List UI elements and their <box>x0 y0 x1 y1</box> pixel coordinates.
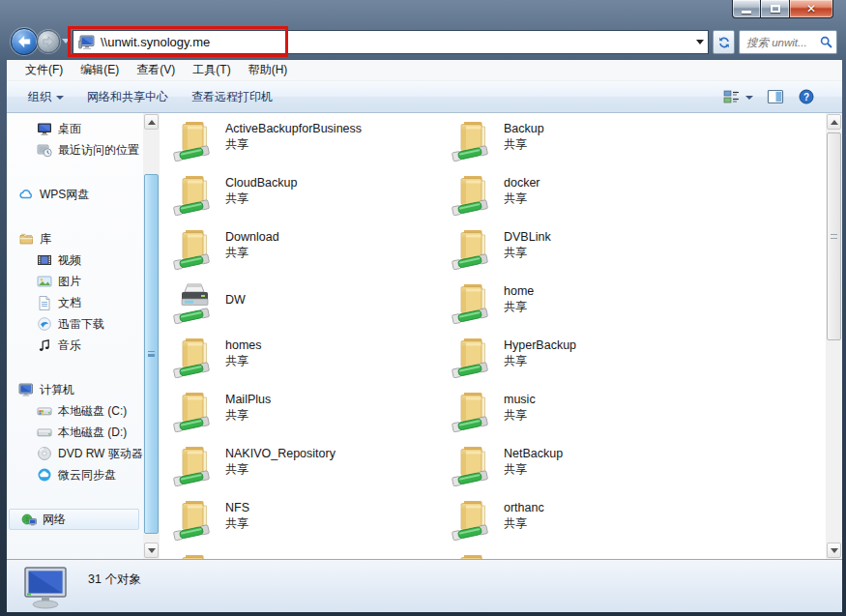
scroll-down-button[interactable] <box>827 543 841 558</box>
sidebar-item-3[interactable]: 库 <box>7 228 143 249</box>
help-button[interactable]: ? <box>798 89 815 104</box>
sidebar-scrollbar[interactable] <box>143 113 160 559</box>
shared-item-home[interactable]: home共享 <box>452 279 826 324</box>
shared-item-partial[interactable] <box>452 550 826 559</box>
computer-icon <box>20 566 73 610</box>
menu-item-1[interactable]: 编辑(E) <box>72 62 128 78</box>
folder-shared-icon <box>452 334 496 378</box>
scroll-down-button[interactable] <box>144 543 159 558</box>
minimize-button[interactable] <box>732 0 761 18</box>
item-shared-label: 共享 <box>504 461 563 477</box>
folder-shared-icon <box>173 117 218 161</box>
shared-item-ActiveBackupforBusiness[interactable]: ActiveBackupforBusiness共享 <box>173 117 452 161</box>
toolbar-command-1[interactable]: 查看远程打印机 <box>191 89 273 105</box>
scrollbar-thumb[interactable] <box>144 174 159 534</box>
item-shared-label: 共享 <box>225 136 362 152</box>
organize-button[interactable]: 组织 <box>28 89 64 105</box>
shared-item-orthanc[interactable]: orthanc共享 <box>452 496 826 541</box>
status-bar: 31 个对象 <box>7 559 842 612</box>
refresh-button[interactable] <box>713 30 735 54</box>
shared-item-DW[interactable]: DW <box>173 279 452 324</box>
menu-item-0[interactable]: 文件(F) <box>16 62 72 78</box>
sidebar-item-13[interactable]: 微云同步盘 <box>7 464 143 485</box>
scroll-up-button[interactable] <box>827 114 841 130</box>
sidebar-item-label: 桌面 <box>58 121 81 137</box>
folder-shared-icon <box>452 117 496 161</box>
window-controls: ✕ <box>732 0 833 18</box>
search-input[interactable] <box>746 37 816 48</box>
sidebar-item-9[interactable]: 计算机 <box>7 379 143 400</box>
item-shared-label: 共享 <box>504 136 544 152</box>
shared-item-NetBackup[interactable]: NetBackup共享 <box>452 442 826 486</box>
shared-item-CloudBackup[interactable]: CloudBackup共享 <box>173 171 452 216</box>
sidebar-item-4[interactable]: 视频 <box>7 249 143 271</box>
arrow-up-icon <box>148 120 156 125</box>
pictures-icon <box>37 274 52 289</box>
item-shared-label: 共享 <box>504 515 544 531</box>
chevron-down-icon <box>56 96 64 100</box>
folder-shared-icon <box>452 388 496 432</box>
shared-item-docker[interactable]: docker共享 <box>452 171 826 216</box>
toolbar-command-0[interactable]: 网络和共享中心 <box>87 89 168 105</box>
sidebar-item-label: 文档 <box>58 295 81 311</box>
libraries-icon <box>18 231 34 247</box>
desktop-icon <box>37 121 52 136</box>
shared-item-NFS[interactable]: NFS共享 <box>173 496 452 541</box>
back-button[interactable] <box>11 28 38 55</box>
shared-item-NAKIVO_Repository[interactable]: NAKIVO_Repository共享 <box>173 442 452 486</box>
menu-bar: 文件(F)编辑(E)查看(V)工具(T)帮助(H) <box>7 60 842 81</box>
documents-icon <box>37 295 52 310</box>
close-button[interactable]: ✕ <box>789 0 833 18</box>
sidebar-item-8[interactable]: 音乐 <box>7 335 143 356</box>
shared-item-Backup[interactable]: Backup共享 <box>452 117 826 161</box>
menu-item-2[interactable]: 查看(V) <box>128 62 184 78</box>
sidebar-item-label: 微云同步盘 <box>58 467 116 484</box>
sidebar-item-2[interactable]: WPS网盘 <box>7 184 143 205</box>
scrollbar-thumb[interactable] <box>827 132 841 340</box>
menu-item-3[interactable]: 工具(T) <box>184 62 239 78</box>
address-text[interactable]: \\unwit.synology.me <box>101 35 210 49</box>
sidebar-item-label: 本地磁盘 (D:) <box>58 425 127 441</box>
menu-item-4[interactable]: 帮助(H) <box>240 62 297 78</box>
maximize-button[interactable] <box>761 0 789 18</box>
back-icon <box>16 35 32 48</box>
item-name: home <box>504 283 534 299</box>
forward-icon <box>42 36 55 47</box>
address-bar[interactable]: \\unwit.synology.me <box>73 30 709 54</box>
sidebar-item-6[interactable]: 文档 <box>7 292 143 313</box>
sidebar-item-0[interactable]: 桌面 <box>7 118 143 139</box>
content-scrollbar[interactable] <box>826 113 842 559</box>
sidebar-item-12[interactable]: DVD RW 驱动器 <box>7 443 143 464</box>
sidebar-item-1[interactable]: 最近访问的位置 <box>7 139 143 161</box>
item-name: docker <box>504 175 540 191</box>
shared-item-MailPlus[interactable]: MailPlus共享 <box>173 388 452 432</box>
scroll-up-button[interactable] <box>144 114 159 130</box>
sidebar-item-11[interactable]: 本地磁盘 (D:) <box>7 422 143 443</box>
shared-item-HyperBackup[interactable]: HyperBackup共享 <box>452 334 826 378</box>
folder-contents: ActiveBackupforBusiness共享Backup共享CloudBa… <box>160 113 826 559</box>
shared-item-Download[interactable]: Download共享 <box>173 225 452 270</box>
sidebar-item-10[interactable]: 本地磁盘 (C:) <box>7 400 143 422</box>
search-icon[interactable] <box>820 36 832 48</box>
address-dropdown-icon[interactable] <box>696 40 704 44</box>
recent-icon <box>37 142 52 158</box>
sidebar-item-7[interactable]: 迅雷下载 <box>7 313 143 335</box>
shared-item-DVBLink[interactable]: DVBLink共享 <box>452 225 826 270</box>
folder-shared-icon <box>173 225 218 270</box>
forward-button[interactable] <box>37 30 60 53</box>
preview-pane-button[interactable] <box>767 89 784 104</box>
recent-pages-chevron[interactable] <box>62 39 70 44</box>
sidebar-item-14[interactable]: 网络 <box>9 509 139 530</box>
search-box[interactable] <box>739 30 837 54</box>
shared-item-music[interactable]: music共享 <box>452 388 826 432</box>
network-computer-icon <box>78 35 96 50</box>
shared-item-homes[interactable]: homes共享 <box>173 334 452 378</box>
item-shared-label: 共享 <box>504 299 534 314</box>
folder-shared-icon <box>452 171 496 216</box>
views-button[interactable] <box>723 89 753 104</box>
item-shared-label: 共享 <box>504 407 536 423</box>
shared-item-partial[interactable] <box>173 550 452 559</box>
cloud-icon <box>18 187 34 202</box>
item-count: 31 个对象 <box>88 572 141 588</box>
sidebar-item-5[interactable]: 图片 <box>7 271 143 292</box>
